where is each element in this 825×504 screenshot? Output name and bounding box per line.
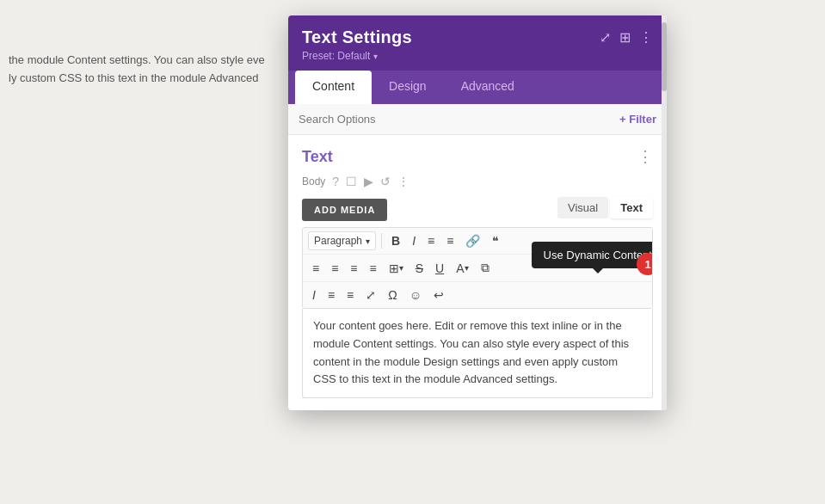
tabs-bar: Content Design Advanced [288,71,667,104]
body-arrow-icon[interactable]: ▶ [364,175,373,188]
table-button[interactable]: ⊞ ▾ [385,259,408,278]
body-row: Body ? ☐ ▶ ↺ ⋮ [302,175,653,188]
toolbar-row-3: I ≡ ≡ ⤢ Ω ☺ ↩ Use Dynamic Content 1 [303,282,652,308]
bold-button[interactable]: B [387,231,404,250]
fullscreen-button[interactable]: ⤢ [361,286,380,304]
editor-toolbar: Paragraph ▾ B I ≡ ≡ 🔗 ❝ ≡ ≡ ≡ ≡ [302,227,653,309]
notification-badge[interactable]: 1 [637,253,653,275]
align-right-button[interactable]: ≡ [346,259,361,278]
outdent-button[interactable]: ≡ [342,286,358,304]
emoji-button[interactable]: ☺ [405,286,426,304]
tab-advanced[interactable]: Advanced [444,71,532,104]
filter-button[interactable]: + Filter [619,113,656,126]
ordered-list-button[interactable]: ≡ [442,231,458,250]
align-justify-button[interactable]: ≡ [366,259,381,278]
editor-content-area[interactable]: Your content goes here. Edit or remove t… [302,309,653,398]
tab-visual[interactable]: Visual [557,197,608,218]
expand-icon[interactable]: ⤢ [600,29,611,46]
preset-label: Preset: Default [302,50,370,62]
divider [381,233,382,249]
align-left-button[interactable]: ≡ [308,259,323,278]
tab-text[interactable]: Text [610,197,653,218]
wysiwyg-editor: ADD MEDIA Visual Text Paragraph [302,197,653,398]
preset-selector[interactable]: Preset: Default ▾ [302,50,653,62]
scrollbar-track[interactable] [662,15,667,410]
add-media-button[interactable]: ADD MEDIA [302,199,387,221]
special-chars-button[interactable]: Ω [384,286,401,304]
layout-icon[interactable]: ⊞ [619,29,631,46]
search-bar: + Filter [288,104,667,135]
body-label: Body [302,175,325,187]
modal-title: Text Settings [302,28,412,47]
tab-content[interactable]: Content [295,71,372,104]
body-help-icon[interactable]: ? [332,175,339,188]
text-section-header: Text ⋮ [302,147,653,166]
search-input[interactable] [299,113,619,126]
font-color-button[interactable]: A ▾ [452,259,472,278]
tab-design[interactable]: Design [372,71,444,104]
link-button[interactable]: 🔗 [461,231,484,250]
header-icons: ⤢ ⊞ ⋮ [600,29,653,46]
more-icon[interactable]: ⋮ [639,29,653,46]
modal-content-area: Text ⋮ Body ? ☐ ▶ ↺ ⋮ ADD MEDIA Visual [288,135,667,410]
section-options-icon[interactable]: ⋮ [637,147,653,166]
background-text: the module Content settings. You can als… [9,52,265,88]
strikethrough-button[interactable]: S [411,259,428,278]
paste-button[interactable]: ⧉ [477,258,494,278]
body-module-icon[interactable]: ☐ [346,175,357,188]
modal-header: Text Settings ⤢ ⊞ ⋮ Preset: Default ▾ [288,15,667,71]
body-more-icon[interactable]: ⋮ [397,175,409,188]
editor-tab-bar: Visual Text [557,197,653,218]
undo-button[interactable]: ↩ [429,286,448,304]
text-settings-modal: Text Settings ⤢ ⊞ ⋮ Preset: Default ▾ Co… [288,15,667,410]
italic2-button[interactable]: I [308,286,320,304]
italic-button[interactable]: I [408,231,420,250]
body-reset-icon[interactable]: ↺ [380,175,391,188]
editor-top-row: ADD MEDIA Visual Text [302,197,653,222]
align-center-button[interactable]: ≡ [327,259,342,278]
preset-arrow: ▾ [373,52,378,61]
underline-button[interactable]: U [431,259,448,278]
scrollbar-thumb[interactable] [662,22,667,91]
dynamic-content-tooltip: Use Dynamic Content [532,242,653,268]
editor-text: Your content goes here. Edit or remove t… [313,319,629,385]
paragraph-select[interactable]: Paragraph ▾ [308,231,376,250]
section-title: Text [302,148,333,166]
blockquote-button[interactable]: ❝ [488,231,503,250]
unordered-list-button[interactable]: ≡ [423,231,439,250]
indent-button[interactable]: ≡ [323,286,339,304]
